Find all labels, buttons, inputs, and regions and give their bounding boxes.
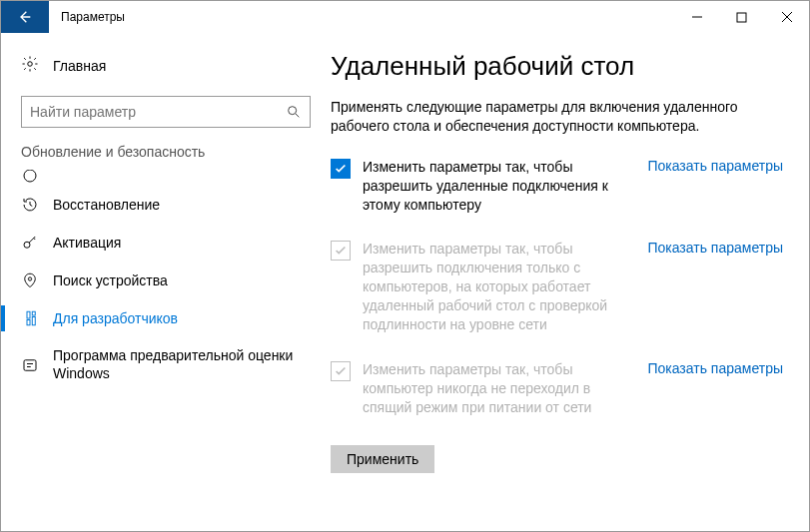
window-title: Параметры <box>49 1 137 33</box>
arrow-left-icon <box>17 9 33 25</box>
home-label: Главная <box>53 58 106 74</box>
insider-icon <box>21 356 39 374</box>
minimize-button[interactable] <box>674 1 719 33</box>
svg-point-4 <box>24 242 30 248</box>
sidebar-item-label: Для разработчиков <box>53 310 178 326</box>
key-icon <box>21 234 39 252</box>
show-settings-link[interactable]: Показать параметры <box>647 240 783 256</box>
location-icon <box>21 271 39 289</box>
search-input[interactable] <box>21 96 311 128</box>
sidebar-item-developers[interactable]: Для разработчиков <box>1 299 331 337</box>
sidebar-item-activation[interactable]: Активация <box>1 224 331 262</box>
svg-point-2 <box>289 107 297 115</box>
sidebar-item-label: Программа предварительной оценки Windows <box>53 347 311 382</box>
check-icon <box>334 244 348 258</box>
back-button[interactable] <box>1 1 49 33</box>
minimize-icon <box>691 11 703 23</box>
sidebar-item-recovery[interactable]: Восстановление <box>1 186 331 224</box>
svg-rect-9 <box>32 317 35 325</box>
svg-point-3 <box>24 170 36 182</box>
checkbox-no-sleep[interactable] <box>331 361 351 381</box>
checkbox-nla[interactable] <box>331 241 351 261</box>
sidebar-item-label: Активация <box>53 235 121 251</box>
svg-rect-6 <box>27 311 30 318</box>
developers-icon <box>21 309 39 327</box>
history-icon <box>21 196 39 214</box>
option-text: Изменить параметры так, чтобы разрешить … <box>363 158 635 215</box>
show-settings-link[interactable]: Показать параметры <box>647 360 783 376</box>
svg-point-1 <box>28 62 33 67</box>
sidebar-item-find-device[interactable]: Поиск устройства <box>1 262 331 299</box>
sidebar-item-insider[interactable]: Программа предварительной оценки Windows <box>1 337 331 392</box>
maximize-button[interactable] <box>719 1 764 33</box>
check-icon <box>334 162 348 176</box>
option-text: Изменить параметры так, чтобы компьютер … <box>363 360 635 417</box>
sidebar-item-label: Восстановление <box>53 197 160 213</box>
home-nav[interactable]: Главная <box>1 49 331 82</box>
svg-rect-8 <box>32 311 35 315</box>
sidebar-item-backup[interactable]: Служба архивации <box>1 170 331 186</box>
search-icon <box>286 104 302 120</box>
close-button[interactable] <box>764 1 809 33</box>
sidebar-item-label: Поиск устройства <box>53 272 168 288</box>
backup-icon <box>21 170 39 185</box>
svg-rect-10 <box>24 359 36 370</box>
section-header: Обновление и безопасность <box>1 144 331 170</box>
option-row-nla: Изменить параметры так, чтобы разрешить … <box>331 240 783 333</box>
svg-point-5 <box>28 277 31 280</box>
svg-rect-7 <box>27 320 30 325</box>
option-row-no-sleep: Изменить параметры так, чтобы компьютер … <box>331 360 783 417</box>
option-text: Изменить параметры так, чтобы разрешить … <box>363 240 635 333</box>
option-row-remote-connections: Изменить параметры так, чтобы разрешить … <box>331 158 783 215</box>
page-title: Удаленный рабочий стол <box>331 51 783 82</box>
sidebar: Главная Обновление и безопасность Служба… <box>1 33 331 531</box>
maximize-icon <box>736 12 747 23</box>
apply-button[interactable]: Применить <box>331 445 434 473</box>
page-description: Применять следующие параметры для включе… <box>331 98 783 136</box>
show-settings-link[interactable]: Показать параметры <box>647 158 783 174</box>
close-icon <box>781 11 793 23</box>
checkbox-remote-connections[interactable] <box>331 159 351 179</box>
svg-rect-0 <box>737 13 746 22</box>
content-pane: Удаленный рабочий стол Применять следующ… <box>331 33 809 531</box>
gear-icon <box>21 55 39 76</box>
check-icon <box>334 364 348 378</box>
search-field[interactable] <box>30 104 286 120</box>
